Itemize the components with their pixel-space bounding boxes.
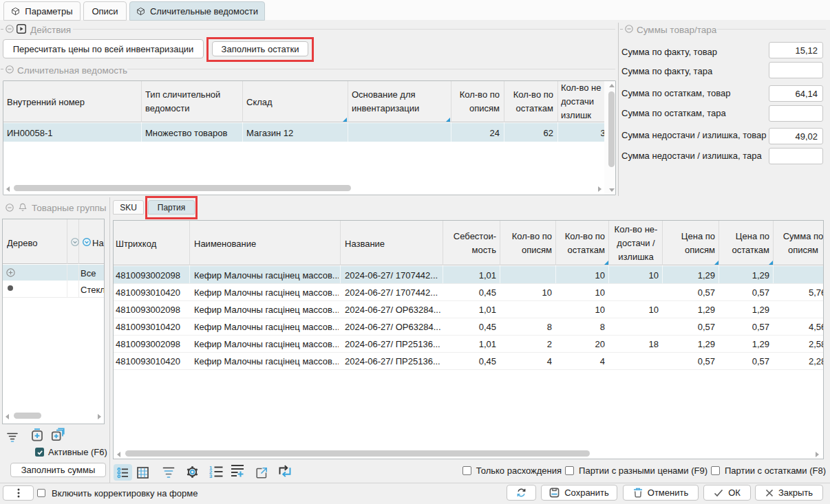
svg-text:3: 3: [209, 473, 213, 478]
